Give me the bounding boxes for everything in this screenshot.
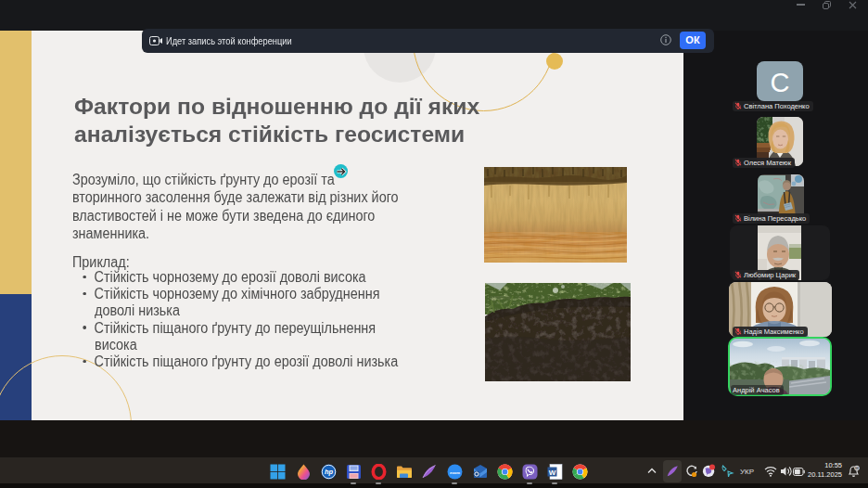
svg-text:zoom: zoom [450, 470, 460, 475]
svg-text:hp: hp [325, 468, 334, 476]
svg-text:W: W [549, 469, 556, 477]
svg-text:w: w [854, 465, 859, 470]
